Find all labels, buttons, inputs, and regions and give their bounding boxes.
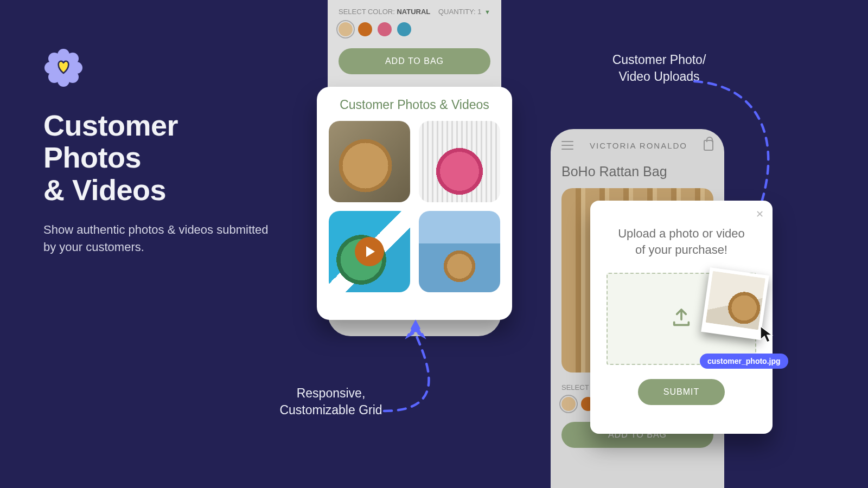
color-swatch-blue[interactable]	[397, 22, 411, 36]
submit-button[interactable]: SUBMIT	[638, 379, 725, 405]
upload-modal-title: Upload a photo or video of your purchase…	[607, 226, 756, 258]
gallery-thumb-4[interactable]	[419, 211, 500, 292]
dragged-filename-pill: customer_photo.jpg	[700, 354, 788, 369]
menu-icon[interactable]	[561, 141, 573, 150]
gallery-thumb-1[interactable]	[329, 121, 410, 202]
gallery-title: Customer Photos & Videos	[329, 98, 500, 112]
color-swatch-row	[339, 22, 490, 36]
color-swatch-pink[interactable]	[378, 22, 392, 36]
dragged-photo-thumbnail	[701, 267, 769, 340]
hero-subtitle: Show authentic photos & videos submitted…	[43, 221, 282, 256]
color-swatch-natural[interactable]	[339, 22, 353, 36]
gallery-thumb-3-video[interactable]	[329, 211, 410, 292]
add-to-bag-button[interactable]: ADD TO BAG	[339, 48, 490, 74]
arrow-to-grid-icon	[362, 319, 503, 416]
play-icon	[355, 237, 384, 266]
upload-icon	[671, 307, 692, 331]
customer-gallery-card: Customer Photos & Videos	[317, 87, 512, 320]
color-swatch-natural[interactable]	[561, 397, 576, 411]
chevron-down-icon: ▼	[484, 9, 490, 15]
select-color-label: SELECT COLOR: NATURAL	[339, 8, 430, 16]
gallery-thumb-2[interactable]	[419, 121, 500, 202]
quantity-selector[interactable]: QUANTITY: 1 ▼	[438, 8, 490, 16]
selected-color-value: NATURAL	[397, 8, 430, 16]
logo-heart-flower-icon	[43, 48, 84, 88]
close-icon[interactable]: ✕	[756, 208, 764, 220]
hero-title: Customer Photos & Videos	[43, 110, 282, 206]
cursor-icon	[760, 325, 776, 346]
color-swatch-orange[interactable]	[358, 22, 372, 36]
